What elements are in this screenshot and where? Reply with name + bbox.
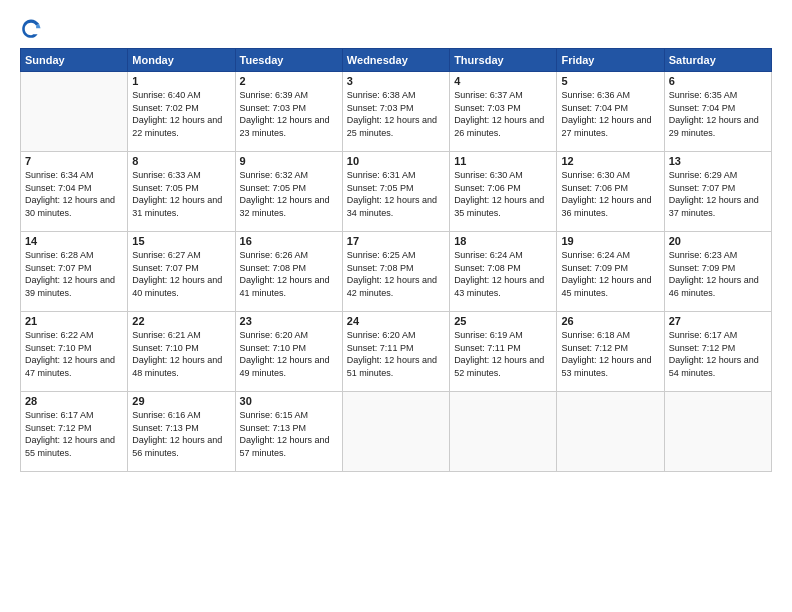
logo-icon [20,18,42,40]
day-info: Sunrise: 6:39 AMSunset: 7:03 PMDaylight:… [240,89,338,139]
calendar-cell: 7Sunrise: 6:34 AMSunset: 7:04 PMDaylight… [21,152,128,232]
day-info: Sunrise: 6:29 AMSunset: 7:07 PMDaylight:… [669,169,767,219]
calendar-cell: 20Sunrise: 6:23 AMSunset: 7:09 PMDayligh… [664,232,771,312]
day-number: 24 [347,315,445,327]
logo [20,18,46,40]
day-info: Sunrise: 6:30 AMSunset: 7:06 PMDaylight:… [454,169,552,219]
day-info: Sunrise: 6:30 AMSunset: 7:06 PMDaylight:… [561,169,659,219]
day-info: Sunrise: 6:31 AMSunset: 7:05 PMDaylight:… [347,169,445,219]
day-number: 19 [561,235,659,247]
day-number: 27 [669,315,767,327]
calendar-cell: 22Sunrise: 6:21 AMSunset: 7:10 PMDayligh… [128,312,235,392]
day-number: 9 [240,155,338,167]
day-info: Sunrise: 6:27 AMSunset: 7:07 PMDaylight:… [132,249,230,299]
day-info: Sunrise: 6:33 AMSunset: 7:05 PMDaylight:… [132,169,230,219]
calendar-cell: 11Sunrise: 6:30 AMSunset: 7:06 PMDayligh… [450,152,557,232]
calendar-cell: 6Sunrise: 6:35 AMSunset: 7:04 PMDaylight… [664,72,771,152]
calendar-cell: 9Sunrise: 6:32 AMSunset: 7:05 PMDaylight… [235,152,342,232]
calendar-cell: 19Sunrise: 6:24 AMSunset: 7:09 PMDayligh… [557,232,664,312]
calendar-week-row: 7Sunrise: 6:34 AMSunset: 7:04 PMDaylight… [21,152,772,232]
day-number: 1 [132,75,230,87]
day-info: Sunrise: 6:37 AMSunset: 7:03 PMDaylight:… [454,89,552,139]
day-number: 6 [669,75,767,87]
day-number: 3 [347,75,445,87]
day-number: 20 [669,235,767,247]
day-number: 8 [132,155,230,167]
calendar-cell: 23Sunrise: 6:20 AMSunset: 7:10 PMDayligh… [235,312,342,392]
day-info: Sunrise: 6:26 AMSunset: 7:08 PMDaylight:… [240,249,338,299]
weekday-header: Monday [128,49,235,72]
calendar-cell: 24Sunrise: 6:20 AMSunset: 7:11 PMDayligh… [342,312,449,392]
header [20,18,772,40]
day-info: Sunrise: 6:23 AMSunset: 7:09 PMDaylight:… [669,249,767,299]
calendar-cell: 10Sunrise: 6:31 AMSunset: 7:05 PMDayligh… [342,152,449,232]
day-info: Sunrise: 6:24 AMSunset: 7:09 PMDaylight:… [561,249,659,299]
day-number: 15 [132,235,230,247]
day-info: Sunrise: 6:17 AMSunset: 7:12 PMDaylight:… [669,329,767,379]
weekday-header-row: SundayMondayTuesdayWednesdayThursdayFrid… [21,49,772,72]
calendar-week-row: 1Sunrise: 6:40 AMSunset: 7:02 PMDaylight… [21,72,772,152]
day-number: 22 [132,315,230,327]
day-info: Sunrise: 6:15 AMSunset: 7:13 PMDaylight:… [240,409,338,459]
calendar-cell: 25Sunrise: 6:19 AMSunset: 7:11 PMDayligh… [450,312,557,392]
day-number: 5 [561,75,659,87]
day-number: 23 [240,315,338,327]
day-number: 7 [25,155,123,167]
day-number: 2 [240,75,338,87]
calendar-week-row: 21Sunrise: 6:22 AMSunset: 7:10 PMDayligh… [21,312,772,392]
weekday-header: Wednesday [342,49,449,72]
day-info: Sunrise: 6:24 AMSunset: 7:08 PMDaylight:… [454,249,552,299]
calendar-cell: 29Sunrise: 6:16 AMSunset: 7:13 PMDayligh… [128,392,235,472]
calendar-cell: 1Sunrise: 6:40 AMSunset: 7:02 PMDaylight… [128,72,235,152]
day-number: 11 [454,155,552,167]
calendar-cell: 3Sunrise: 6:38 AMSunset: 7:03 PMDaylight… [342,72,449,152]
calendar-cell: 13Sunrise: 6:29 AMSunset: 7:07 PMDayligh… [664,152,771,232]
calendar-cell: 27Sunrise: 6:17 AMSunset: 7:12 PMDayligh… [664,312,771,392]
calendar-cell: 16Sunrise: 6:26 AMSunset: 7:08 PMDayligh… [235,232,342,312]
day-number: 26 [561,315,659,327]
calendar-cell: 17Sunrise: 6:25 AMSunset: 7:08 PMDayligh… [342,232,449,312]
calendar-cell [21,72,128,152]
day-number: 16 [240,235,338,247]
weekday-header: Sunday [21,49,128,72]
calendar-cell [342,392,449,472]
day-number: 28 [25,395,123,407]
calendar-table: SundayMondayTuesdayWednesdayThursdayFrid… [20,48,772,472]
day-info: Sunrise: 6:40 AMSunset: 7:02 PMDaylight:… [132,89,230,139]
calendar-cell: 21Sunrise: 6:22 AMSunset: 7:10 PMDayligh… [21,312,128,392]
day-info: Sunrise: 6:18 AMSunset: 7:12 PMDaylight:… [561,329,659,379]
day-info: Sunrise: 6:28 AMSunset: 7:07 PMDaylight:… [25,249,123,299]
day-number: 13 [669,155,767,167]
day-info: Sunrise: 6:36 AMSunset: 7:04 PMDaylight:… [561,89,659,139]
day-info: Sunrise: 6:32 AMSunset: 7:05 PMDaylight:… [240,169,338,219]
calendar-cell: 26Sunrise: 6:18 AMSunset: 7:12 PMDayligh… [557,312,664,392]
day-number: 14 [25,235,123,247]
day-info: Sunrise: 6:19 AMSunset: 7:11 PMDaylight:… [454,329,552,379]
day-info: Sunrise: 6:20 AMSunset: 7:11 PMDaylight:… [347,329,445,379]
day-info: Sunrise: 6:16 AMSunset: 7:13 PMDaylight:… [132,409,230,459]
calendar-cell: 30Sunrise: 6:15 AMSunset: 7:13 PMDayligh… [235,392,342,472]
day-info: Sunrise: 6:38 AMSunset: 7:03 PMDaylight:… [347,89,445,139]
calendar-cell: 14Sunrise: 6:28 AMSunset: 7:07 PMDayligh… [21,232,128,312]
day-number: 21 [25,315,123,327]
day-number: 25 [454,315,552,327]
weekday-header: Saturday [664,49,771,72]
day-number: 18 [454,235,552,247]
day-info: Sunrise: 6:35 AMSunset: 7:04 PMDaylight:… [669,89,767,139]
weekday-header: Tuesday [235,49,342,72]
day-info: Sunrise: 6:22 AMSunset: 7:10 PMDaylight:… [25,329,123,379]
day-number: 30 [240,395,338,407]
day-number: 17 [347,235,445,247]
calendar-cell: 2Sunrise: 6:39 AMSunset: 7:03 PMDaylight… [235,72,342,152]
calendar-cell: 4Sunrise: 6:37 AMSunset: 7:03 PMDaylight… [450,72,557,152]
calendar-cell [664,392,771,472]
day-info: Sunrise: 6:17 AMSunset: 7:12 PMDaylight:… [25,409,123,459]
day-info: Sunrise: 6:25 AMSunset: 7:08 PMDaylight:… [347,249,445,299]
day-info: Sunrise: 6:34 AMSunset: 7:04 PMDaylight:… [25,169,123,219]
calendar-cell: 15Sunrise: 6:27 AMSunset: 7:07 PMDayligh… [128,232,235,312]
day-info: Sunrise: 6:21 AMSunset: 7:10 PMDaylight:… [132,329,230,379]
calendar-week-row: 14Sunrise: 6:28 AMSunset: 7:07 PMDayligh… [21,232,772,312]
calendar-cell: 12Sunrise: 6:30 AMSunset: 7:06 PMDayligh… [557,152,664,232]
calendar-cell: 28Sunrise: 6:17 AMSunset: 7:12 PMDayligh… [21,392,128,472]
calendar-cell: 5Sunrise: 6:36 AMSunset: 7:04 PMDaylight… [557,72,664,152]
